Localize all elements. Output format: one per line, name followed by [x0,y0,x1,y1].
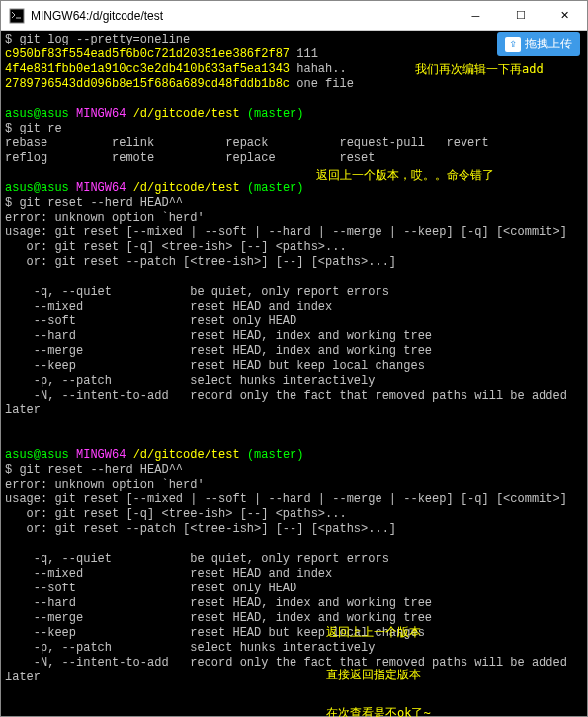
upload-overlay-button[interactable]: ⇪ 拖拽上传 [497,32,580,56]
cmd-line: $ git reset --herd HEAD^^ [5,196,183,210]
annotation-5: 在次查看是不ok了~ [326,705,431,717]
usage-line: or: git reset --patch [<tree-ish>] [--] … [5,522,396,536]
opt-line: -N, --intent-to-add record only the fact… [5,389,567,403]
opt-line: -p, --patch select hunks interactively [5,641,375,655]
usage-line: or: git reset [-q] <tree-ish> [--] <path… [5,240,347,254]
prompt-user: asus@asus [5,715,69,716]
prompt-branch: (master) [247,448,304,462]
opt-line: --soft reset only HEAD [5,582,296,595]
opt-line: later [5,403,41,417]
cmd-line: $ git log --pretty=oneline [5,33,190,46]
error-line: error: unknown option `herd' [5,211,205,224]
usage-line: or: git reset [-q] <tree-ish> [--] <path… [5,507,347,521]
annotation-1: 我们再次编辑一下再add [415,61,544,78]
completion-row: rebase relink repack request-pull revert [5,136,489,150]
close-button[interactable]: ✕ [543,1,587,30]
window-controls: ─ ☐ ✕ [454,1,587,30]
prompt-shell: MINGW64 [76,107,126,121]
usage-line: usage: git reset [--mixed | --soft | --h… [5,225,567,239]
log-msg: hahah.. [290,62,347,76]
app-icon [9,8,25,24]
usage-line: usage: git reset [--mixed | --soft | --h… [5,493,567,506]
annotation-3: 返回上上一个版本 [326,624,421,641]
prompt-shell: MINGW64 [76,715,126,716]
completion-row: reflog remote replace reset [5,151,375,165]
prompt-user: asus@asus [5,448,69,462]
svg-rect-0 [10,9,24,23]
prompt-shell: MINGW64 [76,181,126,195]
upload-icon: ⇪ [505,37,521,52]
opt-line: --soft reset only HEAD [5,314,296,328]
opt-line: --hard reset HEAD, index and working tre… [5,596,432,610]
opt-line: -p, --patch select hunks interactively [5,374,375,388]
opt-line: --keep reset HEAD but keep local changes [5,359,425,373]
log-msg: 111 [290,47,318,61]
prompt-branch: (master) [247,715,304,716]
opt-line: --merge reset HEAD, index and working tr… [5,344,432,358]
prompt-shell: MINGW64 [76,448,126,462]
opt-line: -q, --quiet be quiet, only report errors [5,552,389,566]
titlebar[interactable]: MINGW64:/d/gitcode/test ─ ☐ ✕ [1,1,587,31]
annotation-2: 返回上一个版本，哎。。命令错了 [316,167,494,184]
prompt-path: /d/gitcode/test [133,715,240,716]
annotation-4: 直接返回指定版本 [326,667,421,683]
cmd-line: $ git re [5,122,62,135]
usage-line: or: git reset --patch [<tree-ish>] [--] … [5,255,396,269]
log-sha: 4f4e881fbb0e1a910cc3e2db410b633af5ea1343 [5,62,290,76]
cmd-line: $ git reset --herd HEAD^^ [5,463,183,477]
opt-line: -q, --quiet be quiet, only report errors [5,285,389,299]
opt-line: --merge reset HEAD, index and working tr… [5,611,432,625]
prompt-path: /d/gitcode/test [133,181,240,195]
prompt-path: /d/gitcode/test [133,448,240,462]
terminal-window: MINGW64:/d/gitcode/test ─ ☐ ✕ $ git log … [0,0,588,717]
opt-line: -N, --intent-to-add record only the fact… [5,656,567,670]
log-sha: c950bf83f554ead5f6b0c721d20351ee386f2f87 [5,47,290,61]
opt-line: --mixed reset HEAD and index [5,567,332,581]
prompt-user: asus@asus [5,181,69,195]
upload-label: 拖拽上传 [525,36,572,52]
opt-line: later [5,671,41,684]
opt-line: --mixed reset HEAD and index [5,300,332,314]
minimize-button[interactable]: ─ [454,1,498,30]
window-title: MINGW64:/d/gitcode/test [31,9,454,23]
prompt-branch: (master) [247,107,304,121]
log-sha: 2789796543dd096b8e15f686a689cd48fddb1b8c [5,77,290,91]
prompt-path: /d/gitcode/test [133,107,240,121]
maximize-button[interactable]: ☐ [498,1,543,30]
opt-line: --hard reset HEAD, index and working tre… [5,329,432,343]
error-line: error: unknown option `herd' [5,478,205,492]
terminal-body[interactable]: $ git log --pretty=oneline c950bf83f554e… [1,31,587,716]
prompt-branch: (master) [247,181,304,195]
prompt-user: asus@asus [5,107,69,121]
log-msg: one file [290,77,354,91]
